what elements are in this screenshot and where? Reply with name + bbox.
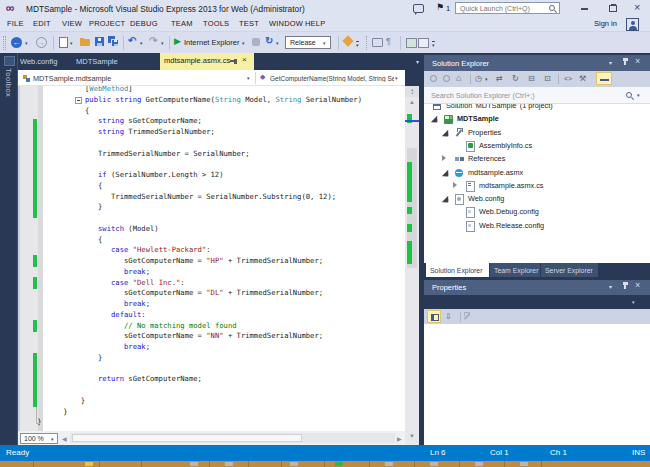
taskbar-app-icon[interactable] [225,462,233,466]
solution-explorer-search[interactable]: Search Solution Explorer (Ctrl+;) ▾ [424,87,650,104]
browser-refresh-icon[interactable]: ↻ [265,35,273,46]
tree-item-solution-mdtsample-1-project-[interactable]: Solution 'MDTSample' (1 project) [424,104,650,112]
tree-item-properties[interactable]: Properties [424,126,650,139]
se-preview-selected-button[interactable] [596,72,612,85]
panel-tab-solution-explorer[interactable]: Solution Explorer [426,263,489,277]
scroll-up-icon[interactable]: ▲ [405,99,419,105]
browser-target-dropdown[interactable]: ▾ [242,40,245,46]
se-view-code-icon[interactable]: <> [564,75,572,82]
panel-tab-team-explorer[interactable]: Team Explorer [490,263,540,277]
se-sync-icon[interactable]: ⇄ [496,74,503,83]
taskbar-app-icon[interactable] [430,462,438,466]
taskbar-app-icon[interactable] [190,462,198,466]
sign-in-avatar-icon[interactable] [626,18,639,31]
navigate-symbol-icon[interactable]: ¶ [386,36,391,46]
menu-item-edit[interactable]: EDIT [33,19,51,29]
close-panel-icon[interactable]: × [635,56,640,66]
menu-item-team[interactable]: TEAM [171,19,193,29]
properties-alphabetical-button[interactable]: ⇩ [445,312,452,321]
breadcrumb-type-dropdown[interactable]: MDTSample.mdtsample [33,74,111,83]
window-position-dropdown[interactable]: ▾ [609,59,612,66]
comment-icon[interactable] [406,38,417,48]
taskbar-app-icon[interactable] [520,462,528,466]
tree-item-assemblyinfo-cs[interactable]: AssemblyInfo.cs [424,139,650,152]
close-button[interactable]: × [634,2,640,13]
properties-close-icon[interactable]: × [635,280,640,290]
tab-web-config[interactable]: Web.config [20,55,57,68]
toolbar-options-dropdown-2[interactable]: ▾ [432,41,435,48]
expanded-arrow-icon[interactable] [442,196,448,202]
menu-item-window[interactable]: WINDOW [269,19,303,29]
minimize-button[interactable] [581,8,588,10]
menu-item-view[interactable]: VIEW [62,19,82,29]
tree-item-web-release-config[interactable]: Web.Release.config [424,219,650,232]
tree-item-mdtsample[interactable]: MDTSample [424,112,650,125]
quick-launch-input[interactable]: Quick Launch (Ctrl+Q) [455,2,560,14]
properties-position-dropdown[interactable]: ▾ [609,283,612,290]
hscroll-left-icon[interactable]: ◀ [62,435,67,442]
se-properties-icon[interactable]: ⊡ [544,74,551,83]
configuration-select[interactable]: Release ▾ [285,36,331,49]
solution-explorer-title-bar[interactable]: Solution Explorer ▾ × [424,55,650,71]
browser-link-icon[interactable] [252,38,260,46]
tree-item-mdtsample-asmx-cs[interactable]: mdtsample.asmx.cs [424,179,650,192]
hscroll-track[interactable] [70,433,395,443]
se-collapse-all-icon[interactable]: ⊟ [528,74,535,83]
se-back-icon[interactable] [430,75,437,82]
notifications-flag-icon[interactable]: ⚑ [436,2,444,12]
fold-collapse-icon[interactable] [75,97,82,104]
browser-refresh-dropdown[interactable]: ▾ [276,40,279,46]
expanded-arrow-icon[interactable] [431,116,437,122]
redo-dropdown[interactable]: ▾ [161,40,164,46]
breadcrumb-member-arrow[interactable]: ▾ [395,75,398,81]
new-file-dropdown[interactable]: ▾ [70,40,73,46]
open-folder-icon[interactable] [80,39,90,46]
se-pending-changes-filter-icon[interactable]: ◷ [475,74,482,83]
redo-icon[interactable]: ↷ [149,35,157,46]
menu-item-project[interactable]: PROJECT [89,19,125,29]
menu-item-debug[interactable]: DEBUG [130,19,158,29]
menu-item-tools[interactable]: TOOLS [203,19,229,29]
taskbar-app-icon[interactable] [335,462,343,466]
navigate-back-dropdown[interactable]: ▾ [25,40,28,46]
attach-icon[interactable] [342,35,353,46]
navigate-forward-icon[interactable]: → [36,37,47,48]
se-search-dropdown[interactable]: ▾ [637,92,640,98]
expanded-arrow-icon[interactable] [442,129,448,135]
zoom-select[interactable]: 100 % ▾ [20,433,58,444]
tree-item-references[interactable]: References [424,152,650,165]
code-editor[interactable]: [WebMethod]public string GetComputerName… [18,86,405,431]
find-in-files-icon[interactable] [372,38,383,47]
panel-tab-server-explorer[interactable]: Server Explorer [541,263,598,277]
editor-vscrollbar[interactable]: ↕ ▲ ▼ [405,86,419,445]
taskbar-app-icon[interactable] [475,462,483,466]
menu-item-file[interactable]: FILE [7,19,24,29]
breadcrumb-type-arrow[interactable]: ▾ [247,75,250,81]
undo-dropdown[interactable]: ▾ [140,40,143,46]
hscroll-right-icon[interactable]: ▶ [397,435,402,442]
save-icon[interactable] [95,37,104,46]
se-filter-dropdown[interactable]: ▾ [485,76,488,82]
tree-item-web-config[interactable]: Web.config [424,192,650,205]
browser-target-label[interactable]: Internet Explorer [184,38,239,48]
start-debug-icon[interactable]: ▶ [174,36,181,46]
menu-item-help[interactable]: HELP [305,19,325,29]
taskbar-app-icon[interactable] [290,462,298,466]
breadcrumb-member-dropdown[interactable]: GetComputerName(String Model, String Ser… [270,75,394,82]
scroll-down-icon[interactable]: ▼ [405,433,419,439]
expanded-arrow-icon[interactable] [442,169,448,175]
tree-item-mdtsample-asmx[interactable]: mdtsample.asmx [424,166,650,179]
properties-title-bar[interactable]: Properties ▾ × [424,280,650,295]
collapsed-arrow-icon[interactable] [453,182,457,188]
tab-close-icon[interactable]: × [242,55,247,64]
restore-button[interactable] [609,5,617,12]
toolbox-tab-label[interactable]: Toolbox [4,68,13,97]
uncomment-icon[interactable] [418,38,429,48]
tab-mdtsample[interactable]: MDTSample [76,55,118,68]
taskbar-app-icon[interactable] [85,462,93,466]
se-home-icon[interactable]: ⌂ [456,74,461,83]
menu-item-test[interactable]: TEST [239,19,259,29]
windows-taskbar[interactable] [0,459,650,467]
tree-item-web-debug-config[interactable]: Web.Debug.config [424,205,650,218]
se-forward-icon[interactable] [443,75,450,82]
